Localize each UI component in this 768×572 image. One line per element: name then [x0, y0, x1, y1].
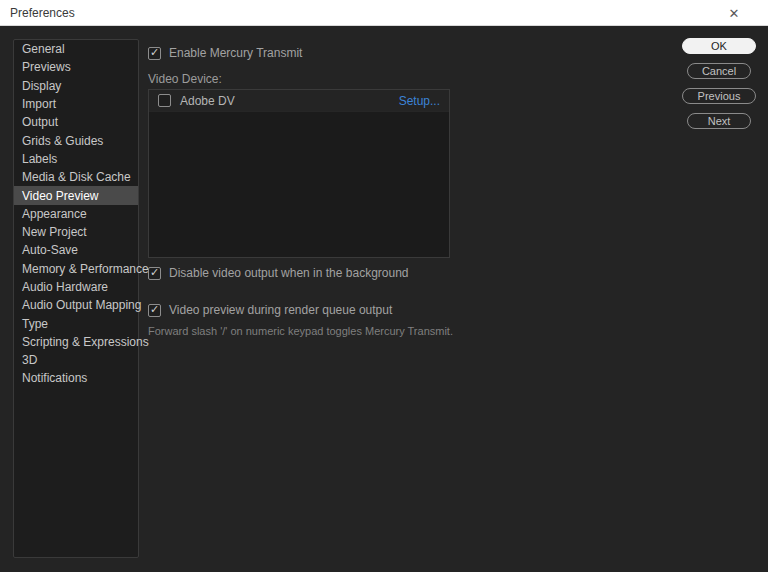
sidebar-item-labels[interactable]: Labels — [14, 150, 138, 168]
enable-mercury-checkbox[interactable]: ✓ — [148, 47, 161, 60]
sidebar-item-auto-save[interactable]: Auto-Save — [14, 241, 138, 259]
sidebar-item-3d[interactable]: 3D — [14, 351, 138, 369]
enable-mercury-row: ✓ Enable Mercury Transmit — [148, 46, 302, 60]
sidebar-item-import[interactable]: Import — [14, 95, 138, 113]
sidebar-item-notifications[interactable]: Notifications — [14, 369, 138, 387]
next-button[interactable]: Next — [687, 113, 751, 129]
render-queue-preview-row: ✓ Video preview during render queue outp… — [148, 303, 392, 317]
sidebar-item-video-preview[interactable]: Video Preview — [14, 186, 138, 204]
preferences-dialog: Preferences ✕ General Previews Display I… — [0, 0, 768, 572]
mercury-transmit-hint: Forward slash '/' on numeric keypad togg… — [148, 325, 453, 337]
render-queue-preview-label: Video preview during render queue output — [169, 303, 392, 317]
sidebar-item-output[interactable]: Output — [14, 113, 138, 131]
enable-mercury-label: Enable Mercury Transmit — [169, 46, 302, 60]
adobe-dv-checkbox[interactable] — [158, 94, 171, 107]
disable-background-row: ✓ Disable video output when in the backg… — [148, 266, 409, 280]
video-device-label: Video Device: — [148, 72, 222, 86]
checkmark-icon: ✓ — [150, 47, 159, 58]
title-bar: Preferences ✕ — [0, 0, 768, 26]
checkmark-icon: ✓ — [150, 304, 159, 315]
sidebar-item-previews[interactable]: Previews — [14, 58, 138, 76]
close-icon[interactable]: ✕ — [714, 0, 754, 26]
sidebar-item-general[interactable]: General — [14, 40, 138, 58]
sidebar-item-audio-hardware[interactable]: Audio Hardware — [14, 278, 138, 296]
sidebar-item-type[interactable]: Type — [14, 314, 138, 332]
cancel-button[interactable]: Cancel — [687, 63, 751, 79]
sidebar-item-memory-performance[interactable]: Memory & Performance — [14, 260, 138, 278]
sidebar-item-new-project[interactable]: New Project — [14, 223, 138, 241]
sidebar-item-audio-output-mapping[interactable]: Audio Output Mapping — [14, 296, 138, 314]
checkmark-icon: ✓ — [150, 267, 159, 278]
ok-button[interactable]: OK — [682, 38, 756, 54]
window-title: Preferences — [10, 0, 75, 26]
video-device-list: Adobe DV Setup... — [148, 89, 450, 258]
render-queue-preview-checkbox[interactable]: ✓ — [148, 304, 161, 317]
preferences-category-list: General Previews Display Import Output G… — [13, 39, 139, 558]
setup-link[interactable]: Setup... — [399, 94, 440, 108]
disable-background-label: Disable video output when in the backgro… — [169, 266, 409, 280]
device-row-adobe-dv: Adobe DV Setup... — [149, 90, 449, 112]
previous-button[interactable]: Previous — [682, 88, 756, 104]
disable-background-checkbox[interactable]: ✓ — [148, 267, 161, 280]
sidebar-item-media-disk-cache[interactable]: Media & Disk Cache — [14, 168, 138, 186]
device-name: Adobe DV — [180, 94, 390, 108]
sidebar-item-scripting-expressions[interactable]: Scripting & Expressions — [14, 333, 138, 351]
sidebar-item-display[interactable]: Display — [14, 77, 138, 95]
sidebar-item-grids-guides[interactable]: Grids & Guides — [14, 131, 138, 149]
sidebar-item-appearance[interactable]: Appearance — [14, 205, 138, 223]
